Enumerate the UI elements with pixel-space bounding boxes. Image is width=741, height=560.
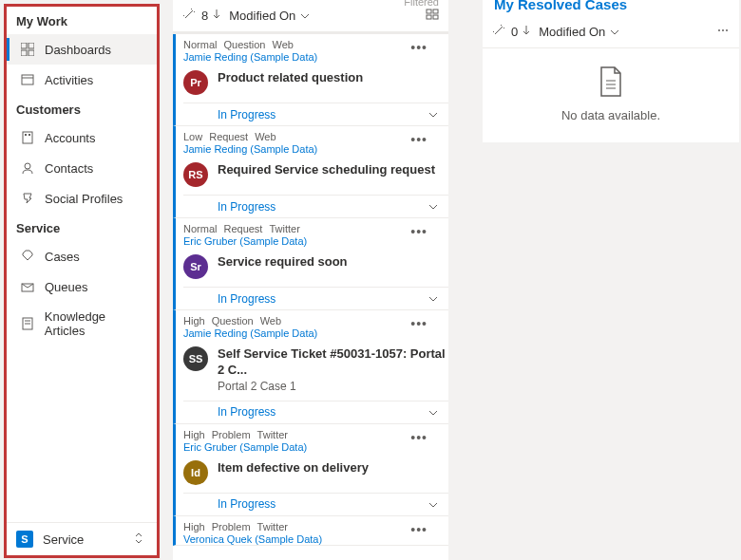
more-icon[interactable]: •••: [410, 132, 428, 147]
case-status: In Progress: [218, 497, 276, 511]
area-label: Service: [43, 532, 84, 547]
empty-state: No data available.: [483, 48, 739, 140]
svg-rect-6: [23, 132, 32, 143]
status-row[interactable]: In Progress: [183, 195, 448, 217]
case-count: 8: [201, 9, 208, 23]
status-row[interactable]: In Progress: [183, 287, 448, 309]
panel-title: My Resolved Cases: [483, 0, 739, 14]
knowledge-icon: [20, 316, 35, 331]
chevron-down-icon: [428, 405, 439, 420]
case-card[interactable]: •••LowRequestWebJamie Reding (Sample Dat…: [173, 126, 448, 218]
more-icon[interactable]: •••: [410, 40, 428, 55]
empty-message: No data available.: [561, 108, 660, 122]
status-row[interactable]: In Progress: [183, 493, 448, 515]
wand-icon[interactable]: [492, 24, 505, 40]
status-row[interactable]: In Progress: [183, 401, 448, 423]
nav-dashboards[interactable]: Dashboards: [7, 34, 157, 65]
nav-cases[interactable]: Cases: [7, 241, 157, 271]
nav-knowledge-articles[interactable]: Knowledge Articles: [7, 302, 157, 345]
case-status: In Progress: [218, 405, 276, 419]
chevron-down-icon: [428, 291, 439, 306]
document-icon: [598, 65, 624, 101]
case-owner[interactable]: Veronica Quek (Sample Data): [183, 533, 448, 545]
svg-rect-8: [28, 134, 30, 136]
status-row[interactable]: In Progress: [183, 103, 448, 125]
svg-point-9: [25, 163, 30, 169]
case-owner[interactable]: Eric Gruber (Sample Data): [183, 235, 448, 247]
svg-point-19: [722, 29, 724, 31]
sort-field[interactable]: Modified On: [229, 9, 295, 23]
case-meta: LowRequestWeb: [183, 131, 448, 142]
case-card[interactable]: •••NormalRequestTwitterEric Gruber (Samp…: [173, 218, 448, 310]
svg-rect-3: [28, 50, 34, 56]
avatar: SS: [183, 346, 208, 371]
resolved-cases-panel: My Resolved Cases 0 Modified On No data …: [483, 0, 739, 142]
more-icon[interactable]: •••: [410, 430, 428, 445]
more-icon[interactable]: •••: [410, 522, 428, 537]
case-owner[interactable]: Jamie Reding (Sample Data): [183, 51, 448, 63]
case-card[interactable]: •••HighProblemTwitterVeronica Quek (Samp…: [173, 516, 448, 546]
nav-label: Cases: [45, 250, 80, 264]
case-title: Item defective on delivery: [218, 460, 369, 476]
svg-point-20: [726, 29, 728, 31]
section-service: Service: [7, 214, 157, 241]
avatar: RS: [183, 162, 208, 187]
case-owner[interactable]: Jamie Reding (Sample Data): [183, 143, 448, 155]
nav-label: Contacts: [45, 161, 93, 176]
nav-queues[interactable]: Queues: [7, 271, 157, 302]
case-card[interactable]: •••HighQuestionWebJamie Reding (Sample D…: [173, 310, 448, 424]
contacts-icon: [20, 160, 35, 176]
nav-social-profiles[interactable]: Social Profiles: [7, 183, 157, 214]
section-customers: Customers: [7, 95, 157, 122]
svg-rect-15: [433, 9, 438, 13]
case-count: 0: [511, 25, 518, 39]
nav-label: Activities: [45, 73, 93, 87]
activities-icon: [20, 72, 35, 87]
more-icon[interactable]: •••: [410, 224, 428, 239]
sort-field[interactable]: Modified On: [539, 25, 605, 39]
accounts-icon: [20, 130, 35, 145]
more-icon[interactable]: [716, 24, 730, 40]
svg-rect-1: [28, 43, 34, 48]
case-owner[interactable]: Jamie Reding (Sample Data): [183, 327, 448, 339]
case-meta: HighProblemTwitter: [183, 429, 448, 440]
svg-rect-17: [433, 15, 438, 19]
social-icon: [20, 191, 35, 206]
avatar: Pr: [183, 70, 208, 95]
nav-label: Queues: [45, 280, 88, 294]
sort-direction-icon[interactable]: [212, 9, 221, 23]
active-cases-panel: Active Cases Filtered 8 Modified On •••N…: [173, 0, 448, 560]
chevron-down-icon[interactable]: [299, 9, 311, 23]
more-icon[interactable]: •••: [410, 316, 428, 331]
chevron-down-icon[interactable]: [609, 25, 620, 39]
case-card[interactable]: •••HighProblemTwitterEric Gruber (Sample…: [173, 424, 448, 516]
case-title: Service required soon: [218, 254, 348, 271]
case-meta: NormalRequestTwitter: [183, 223, 448, 234]
updown-icon: [134, 532, 147, 548]
avatar: Id: [183, 460, 208, 485]
case-title: Required Service scheduling request: [218, 162, 435, 178]
view-options-icon[interactable]: [426, 8, 439, 24]
wand-icon[interactable]: [182, 8, 196, 24]
case-status: In Progress: [218, 108, 276, 121]
svg-rect-2: [21, 50, 27, 56]
svg-point-18: [718, 29, 720, 31]
nav-activities[interactable]: Activities: [7, 65, 157, 95]
avatar: Sr: [183, 254, 208, 279]
cases-icon: [20, 249, 35, 264]
queues-icon: [20, 279, 35, 294]
dashboard-icon: [20, 42, 35, 57]
case-list[interactable]: •••NormalQuestionWebJamie Reding (Sample…: [173, 32, 448, 551]
chevron-down-icon: [428, 107, 439, 121]
case-status: In Progress: [218, 200, 276, 214]
case-subtitle: Portal 2 Case 1: [218, 380, 448, 393]
svg-rect-4: [22, 75, 33, 84]
sort-direction-icon[interactable]: [522, 25, 531, 39]
area-switcher[interactable]: S Service: [7, 522, 157, 555]
case-title: Self Service Ticket #50031-1057: Portal …: [218, 346, 448, 379]
nav-accounts[interactable]: Accounts: [7, 122, 157, 153]
case-title: Product related question: [218, 70, 363, 86]
case-owner[interactable]: Eric Gruber (Sample Data): [183, 441, 448, 453]
case-card[interactable]: •••NormalQuestionWebJamie Reding (Sample…: [173, 34, 448, 126]
nav-contacts[interactable]: Contacts: [7, 153, 157, 183]
